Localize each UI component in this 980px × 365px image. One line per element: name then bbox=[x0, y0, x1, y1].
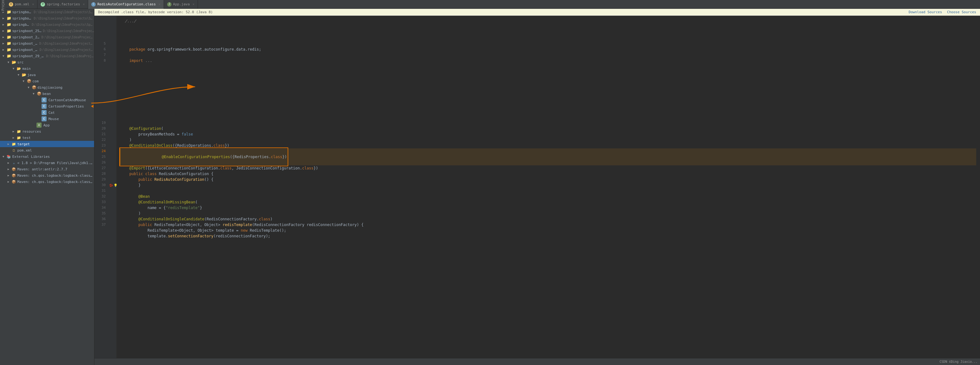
tree-item-springboot22[interactable]: ▶ 📁 springboot_22_task D:\DingJiaxiong\I… bbox=[0, 9, 94, 15]
download-sources-link[interactable]: Download Sources bbox=[908, 10, 942, 14]
arrow-icon-java: ▼ bbox=[18, 73, 21, 76]
arrow-icon-antlr: ▶ bbox=[8, 168, 11, 171]
code-line-set-factory: template.setConnectionFactory(redisConne… bbox=[120, 233, 976, 239]
test-folder-icon: 📁 bbox=[16, 135, 21, 140]
tree-item-springboot24[interactable]: ▶ 📁 springboot_24_mq D:\DingJiaxiong\Ide… bbox=[0, 21, 94, 28]
arrow-icon-logback1: ▶ bbox=[8, 174, 11, 177]
tree-item-resources[interactable]: ▶ 📁 resources bbox=[0, 128, 94, 135]
tree-item-test[interactable]: ▶ 📁 test bbox=[0, 135, 94, 141]
choose-sources-link[interactable]: Choose Sources bbox=[947, 10, 976, 14]
code-line-name: name = {"redisTemplate"} bbox=[120, 205, 976, 211]
arrow-icon-djx: ▼ bbox=[28, 86, 32, 89]
tree-label-java: java bbox=[27, 73, 36, 77]
project-vertical-label: Project bbox=[0, 0, 6, 12]
tree-item-jdk[interactable]: ▶ ☕ < 1.8 > D:\Program Files\Java\jdk1.8… bbox=[0, 160, 94, 166]
arrow-icon-bean: ▼ bbox=[33, 92, 37, 95]
tree-item-pom[interactable]: ▶ 🗋 pom.xml bbox=[0, 147, 94, 154]
tree-path-28: D:\DingJiaxiong\IdeaProjects\SpringBootS… bbox=[40, 48, 94, 52]
module-icon-22: 📁 bbox=[6, 10, 11, 14]
tab-redis-auto-config-label: RedisAutoConfiguration.class bbox=[97, 2, 156, 6]
class-icon-cartoon: C bbox=[41, 97, 46, 103]
target-folder-icon: 📁 bbox=[11, 141, 16, 146]
code-line-close-paren2: ) bbox=[120, 211, 976, 216]
arrow-icon-29: ▼ bbox=[3, 54, 6, 57]
module-icon-24: 📁 bbox=[6, 22, 11, 27]
tree-item-target[interactable]: ▶ 📁 target bbox=[0, 141, 94, 147]
tree-label-jdk: < 1.8 > D:\Program Files\Java\jdk1.8.0_3… bbox=[17, 161, 94, 165]
tab-pom-xml-close[interactable]: × bbox=[32, 3, 34, 6]
tree-path-25: D:\DingJiaxiong\IdeaProjects\SpringBootS… bbox=[43, 29, 94, 33]
tree-item-cat[interactable]: ▶ C Cat bbox=[0, 110, 94, 116]
tree-label-22: springboot_22_task bbox=[12, 10, 32, 14]
tree-item-springboot28[interactable]: ▶ 📁 springboot_28_bean_load D:\DingJiaxi… bbox=[0, 46, 94, 53]
tree-label-external: External Libraries bbox=[12, 155, 50, 159]
code-line-empty9 bbox=[120, 81, 976, 86]
tree-item-mouse[interactable]: ▶ C Mouse bbox=[0, 116, 94, 122]
tree-item-springboot26[interactable]: ▶ 📁 springboot_26_admin_client D:\DingJi… bbox=[0, 34, 94, 40]
tree-label-src: src bbox=[17, 60, 24, 65]
tree-path-29: D:\DingJiaxiong\IdeaProjects\SpringBootS… bbox=[46, 54, 94, 58]
tab-pom-xml[interactable]: X pom.xml × bbox=[6, 0, 37, 9]
tab-bar: Project X pom.xml × P spring.factories ×… bbox=[0, 0, 980, 9]
arrow-icon-27: ▶ bbox=[3, 42, 6, 45]
tree-path-26: D:\DingJiaxiong\IdeaProjects\SpringBootS… bbox=[41, 35, 94, 39]
tree-item-springboot27[interactable]: ▶ 📁 springboot_27_bean_init D:\DingJiaxi… bbox=[0, 40, 94, 46]
code-line-empty17 bbox=[120, 188, 976, 194]
arrow-icon-24: ▶ bbox=[3, 23, 6, 26]
tree-item-java[interactable]: ▼ 📂 java bbox=[0, 72, 94, 78]
tree-item-bean[interactable]: ▼ 📦 bean bbox=[0, 90, 94, 97]
tab-app-java-close[interactable]: × bbox=[192, 3, 194, 6]
arrow-icon-25: ▶ bbox=[3, 29, 6, 32]
tree-item-cartoon-cat-mouse[interactable]: ▶ C CartoonCatAndMouse bbox=[0, 97, 94, 103]
tree-label-logback1: Maven: ch.qos.logback:logback-classic:1.… bbox=[17, 173, 94, 178]
tree-item-cartoon-properties[interactable]: ▶ C CartoonProperties bbox=[0, 103, 94, 110]
code-line-empty2 bbox=[120, 30, 976, 35]
code-content[interactable]: /.../ package org.springframework.boot.a… bbox=[116, 16, 980, 358]
properties-tab-icon: P bbox=[41, 2, 45, 6]
gutter-icons: 🫘 💡 bbox=[110, 16, 116, 358]
code-line-empty14 bbox=[120, 109, 976, 114]
code-line-empty11 bbox=[120, 92, 976, 97]
code-line-comment: /.../ bbox=[120, 18, 976, 24]
tree-item-springboot25[interactable]: ▶ 📁 springboot_25_admin_server D:\DingJi… bbox=[0, 28, 94, 34]
tree-item-springboot23[interactable]: ▶ 📁 springboot_23_mail D:\DingJiaxiong\I… bbox=[0, 15, 94, 21]
arrow-icon-src: ▼ bbox=[8, 61, 11, 64]
tree-item-src[interactable]: ▼ 📂 src bbox=[0, 59, 94, 65]
info-bar: Decompiled .class file, bytecode version… bbox=[94, 9, 980, 16]
code-line-empty16 bbox=[120, 120, 976, 126]
arrow-icon-test: ▶ bbox=[13, 136, 16, 139]
tree-item-logback1[interactable]: ▶ 📦 Maven: ch.qos.logback:logback-classi… bbox=[0, 172, 94, 179]
tree-path-22: D:\DingJiaxiong\IdeaProjects\SpringBootS… bbox=[34, 10, 94, 14]
tab-redis-auto-config-close[interactable]: × bbox=[159, 3, 161, 6]
status-bar: CSDN ©Ding Jiaxio... bbox=[94, 358, 980, 365]
module-icon-29: 📁 bbox=[6, 54, 11, 59]
code-line-constructor: public RedisAutoConfiguration() { bbox=[120, 177, 976, 182]
tab-app-java[interactable]: J App.java × bbox=[164, 0, 198, 9]
code-line-empty8 bbox=[120, 75, 976, 81]
tree-item-main[interactable]: ▼ 📂 main bbox=[0, 65, 94, 72]
tree-item-com[interactable]: ▼ 📦 com bbox=[0, 78, 94, 84]
app-class-icon: A bbox=[37, 122, 41, 128]
bean-package-icon: 📦 bbox=[37, 91, 41, 96]
src-folder-icon: 📂 bbox=[11, 60, 16, 65]
tree-item-antlr[interactable]: ▶ 📦 Maven: antlr:antlr:2.7.7 bbox=[0, 166, 94, 172]
tab-redis-auto-config[interactable]: C RedisAutoConfiguration.class × bbox=[88, 0, 164, 9]
tree-label-test: test bbox=[22, 136, 31, 140]
tree-label-antlr: Maven: antlr:antlr:2.7.7 bbox=[17, 167, 67, 171]
tree-item-app[interactable]: ▶ A App bbox=[0, 122, 94, 128]
arrow-pointer-icon bbox=[91, 105, 94, 108]
external-libs-icon: 📚 bbox=[6, 154, 11, 159]
tree-item-external-libraries[interactable]: ▼ 📚 External Libraries bbox=[0, 154, 94, 160]
tree-item-logback2[interactable]: ▶ 📦 Maven: ch.qos.logback:logback-classi… bbox=[0, 179, 94, 185]
tree-item-dingjiaxiong[interactable]: ▼ 📦 dingjiaxiong bbox=[0, 84, 94, 90]
class-icon-cartoon-props: C bbox=[41, 104, 46, 109]
tab-spring-factories-close[interactable]: × bbox=[83, 3, 85, 6]
code-line-import-ann: @Import({LettuceConnectionConfiguration.… bbox=[120, 165, 976, 171]
tree-label-cartoon-cat: CartoonCatAndMouse bbox=[48, 98, 86, 102]
bean-gutter-icon: 🫘 bbox=[109, 184, 113, 187]
code-line-close-brace1: } bbox=[120, 182, 976, 188]
tree-item-springboot29[interactable]: ▼ 📁 springboot_29_bean_properties D:\Din… bbox=[0, 53, 94, 59]
lib-icon-logback2: 📦 bbox=[11, 179, 16, 184]
tab-spring-factories[interactable]: P spring.factories × bbox=[37, 0, 88, 9]
arrow-icon-com: ▼ bbox=[23, 79, 26, 83]
